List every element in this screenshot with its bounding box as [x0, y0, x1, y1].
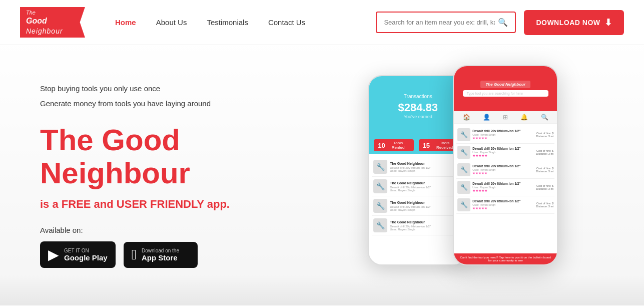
- grid-icon: ⊞: [503, 114, 508, 121]
- phone-back-stats: 10 Tools Rented 15 Tools Received: [369, 136, 467, 154]
- hero-subtitle: is a FREE and USER FRIENDLY app.: [40, 198, 322, 211]
- nav-links: Home About Us Testimonials Contact Us: [115, 18, 376, 27]
- phone-front-logo: The Good Neighbour: [480, 81, 530, 88]
- search-bar[interactable]: 🔍: [376, 12, 516, 33]
- google-play-top-text: GET IT ON: [64, 248, 108, 253]
- item-icon: 🔧: [373, 218, 387, 232]
- item-icon: 🔧: [373, 160, 387, 174]
- phone-back-earned: You've earned: [404, 114, 432, 119]
- app-store-top-text: Download on the: [142, 248, 179, 253]
- download-now-button[interactable]: DOWNLOAD NOW ⬇: [524, 10, 624, 35]
- list-item: 🔧 The Good Neighbour Dewalt drill 20v li…: [372, 196, 464, 216]
- logo-the: The: [26, 9, 36, 16]
- list-item: 🔧 Dewalt drill 20v lithium-ion 1/2" User…: [456, 161, 554, 179]
- store-buttons: ▶ GET IT ON Google Play  Download on th…: [40, 241, 322, 268]
- item-icon: 🔧: [457, 198, 470, 211]
- hero-left: Stop buying tools you only use once Gene…: [40, 73, 322, 268]
- person-icon: 👤: [483, 114, 490, 121]
- search-input[interactable]: [384, 19, 495, 26]
- nav-home[interactable]: Home: [115, 18, 136, 27]
- item-icon: 🔧: [457, 163, 470, 176]
- stat-rented: 10 Tools Rented: [374, 139, 413, 151]
- nav-about[interactable]: About Us: [156, 18, 187, 27]
- list-item: 🔧 The Good Neighbour Dewalt drill 20v li…: [372, 216, 464, 235]
- item-icon: 🔧: [457, 146, 470, 159]
- phone-back-amount: $284.83: [398, 101, 438, 114]
- download-icon: ⬇: [604, 17, 612, 28]
- item-icon: 🔧: [373, 199, 387, 213]
- phone-front-search: Type tool you are searching for here: [463, 90, 548, 97]
- hero-right: Transactions $284.83 You've earned 10 To…: [322, 65, 604, 275]
- phone-mockups: Transactions $284.83 You've earned 10 To…: [368, 65, 558, 275]
- phone-front: The Good Neighbour Type tool you are sea…: [453, 65, 558, 265]
- phone-front-list: 🔧 Dewalt drill 20v lithium-ion 1/2" User…: [454, 124, 557, 216]
- wave-decoration: [0, 275, 644, 305]
- google-play-icon: ▶: [48, 246, 59, 263]
- hero-title: The Good Neighbour: [40, 124, 322, 190]
- item-icon: 🔧: [457, 128, 470, 141]
- list-item: 🔧 The Good Neighbour Dewalt drill 20v li…: [372, 157, 464, 177]
- tagline-1: Stop buying tools you only use once: [40, 83, 322, 95]
- list-item: 🔧 The Good Neighbour Dewalt drill 20v li…: [372, 177, 464, 196]
- phone-front-header: The Good Neighbour Type tool you are sea…: [454, 66, 557, 111]
- home-icon: 🏠: [463, 114, 470, 121]
- phone-front-footer: Can't find the tool you need? Tap here t…: [454, 253, 557, 264]
- phone-back-title: Transactions: [404, 94, 432, 99]
- apple-icon: : [132, 247, 137, 263]
- download-btn-label: DOWNLOAD NOW: [536, 19, 600, 27]
- bell-icon: 🔔: [520, 114, 528, 121]
- item-icon: 🔧: [457, 181, 470, 194]
- available-label: Available on:: [40, 226, 322, 234]
- logo[interactable]: The Good Neighbour: [20, 7, 85, 38]
- nav-testimonials[interactable]: Testimonials: [207, 18, 248, 27]
- phone-back-header: Transactions $284.83 You've earned: [369, 76, 467, 136]
- logo-good: Good: [26, 16, 47, 27]
- logo-neighbour: Neighbour: [26, 27, 63, 36]
- phone-nav-icons: 🏠 👤 ⊞ 🔔 🔍: [454, 111, 557, 124]
- google-play-name: Google Play: [64, 253, 108, 262]
- hero-section: Stop buying tools you only use once Gene…: [0, 45, 644, 305]
- navbar: The Good Neighbour Home About Us Testimo…: [0, 0, 644, 45]
- item-icon: 🔧: [373, 179, 387, 193]
- tagline-2: Generate money from tools you have layin…: [40, 98, 322, 110]
- google-play-button[interactable]: ▶ GET IT ON Google Play: [40, 241, 116, 268]
- search-icon: 🔍: [498, 18, 508, 27]
- app-store-name: App Store: [142, 253, 179, 262]
- phone-back-list: 🔧 The Good Neighbour Dewalt drill 20v li…: [369, 154, 467, 238]
- list-item: 🔧 Dewalt drill 20v lithium-ion 1/2" User…: [456, 179, 554, 196]
- search-icon: 🔍: [541, 114, 548, 121]
- app-store-button[interactable]:  Download on the App Store: [124, 242, 198, 268]
- nav-contact[interactable]: Contact Us: [268, 18, 305, 27]
- list-item: 🔧 Dewalt drill 20v lithium-ion 1/2" User…: [456, 126, 554, 144]
- list-item: 🔧 Dewalt drill 20v lithium-ion 1/2" User…: [456, 196, 554, 214]
- list-item: 🔧 Dewalt drill 20v lithium-ion 1/2" User…: [456, 144, 554, 161]
